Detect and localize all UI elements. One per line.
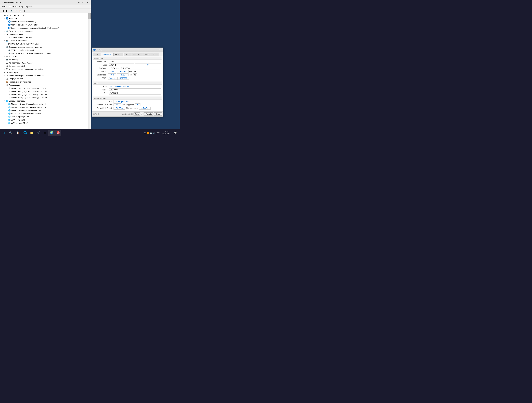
devmgr-content[interactable]: ▼ 💻 DESKTOP-8FR77DV ▼ B Bluetooth B Inte… [0,13,91,129]
tree-usb[interactable]: ▶ 🔌 Контроллеры USB [0,64,91,68]
chipset-id: ID0BF3 [117,70,128,73]
cpuz-close[interactable]: ✕ [158,48,162,51]
tree-root[interactable]: ▼ 💻 DESKTOP-8FR77DV [0,14,91,17]
tree-realtek-label: Realtek PCIe GBE Family Controller [11,113,41,115]
tree-sound-label: Звуковые, игровые и видеоустройства [9,46,42,48]
close-cpuz-button[interactable]: Close [154,113,162,116]
tree-intel-wifi[interactable]: 🌐 Intel(R) Centrino(R) Wireless-N 130 [0,109,91,112]
tree-ms-bt[interactable]: B Microsoft Bluetooth Enumerator [0,23,91,26]
task-view-button[interactable]: 📋 [14,130,21,136]
taskbar-edge[interactable]: 🌐 [22,130,28,136]
tree-cpu3[interactable]: ⚙ Intel(R) Atom(TM) CPU D2550 @ 1.86GHz [0,93,91,96]
tree-print[interactable]: ▶ 🖨 Очереди печати [0,77,91,80]
video-icon: 🖥 [6,33,8,36]
bus-row: Bus Specs. PCI-Express 1.0 (2.5 GT/s) [94,67,161,70]
tab-graphics[interactable]: Graphics [131,53,142,56]
tree-intel-bt[interactable]: B Intel(R) Wireless Bluetooth(R) [0,20,91,23]
close-button[interactable]: ✕ [85,1,89,4]
tree-nvidia-gpu[interactable]: 🖥 NVIDIA GeForce GT 520M [0,36,91,39]
help-button[interactable]: ❓ [14,9,18,13]
tree-hda2[interactable]: 🔊 Устройство с поддержкой High Definitio… [0,52,91,55]
tab-bench[interactable]: Bench [142,53,151,56]
tree-cpu4[interactable]: ⚙ Intel(R) Atom(TM) CPU D2550 @ 1.86GHz [0,96,91,99]
bios-content: Brand American Megatrends Inc. Version A… [93,85,162,96]
tree-nvidia-hda[interactable]: 🔊 NVIDIA High Definition Audio [0,49,91,52]
cpuz-minimize[interactable]: ─ [154,48,158,51]
tree-storage[interactable]: ▶ 💾 Контроллеры запоминающих устройств [0,68,91,71]
tree-mouse[interactable]: ▶ 🖱 Мыши и иные указывающие устройства [0,74,91,77]
back-button[interactable]: ◀ [1,9,5,13]
properties-button[interactable]: 📋 [18,9,22,13]
tree-realtek[interactable]: 🌐 Realtek PCIe GBE Family Controller [0,112,91,115]
tree-toshiba[interactable]: 💾 TOSHIBA MK3256GSY ATA Device [0,42,91,45]
systray-arrow[interactable]: 🔼 [147,132,149,134]
gi-speed-label: Current Link Speed [94,107,113,109]
bus-label: Bus Specs. [94,67,109,69]
tree-sound[interactable]: ▼ 🎵 Звуковые, игровые и видеоустройства [0,45,91,49]
menu-help[interactable]: Справка [24,5,34,8]
search-button[interactable]: 🔍 [7,130,14,136]
devmgr-menubar: Файл Действие Вид Справка [0,5,91,8]
scrollbar-thumb[interactable] [88,13,91,19]
tree-cpu[interactable]: ▼ ⚙ Процессоры [0,83,91,87]
menu-file[interactable]: Файл [1,5,8,8]
tab-about[interactable]: About [151,53,159,56]
tree-keyboard[interactable]: ▶ ⌨ Клавиатуры [0,55,91,58]
lang-label: ENG [156,132,160,134]
minimize-button[interactable]: ─ [77,1,81,4]
tree-bt-pan-label: Bluetooth Device (Personal Area Network) [11,103,46,105]
tree-ide[interactable]: ▶ 🖧 Контроллеры IDE ATA/ATAPI [0,61,91,64]
bluetooth-icon: B [8,24,11,26]
tree-monitors[interactable]: ▶ 🖥 Мониторы [0,71,91,74]
menu-action[interactable]: Действие [8,5,18,8]
scrollbar-track[interactable] [88,13,91,129]
tools-button[interactable]: Tools [133,113,140,116]
forward-button[interactable]: ▶ [5,9,9,13]
tree-wan-ikev2[interactable]: 🌐 WAN Miniport (IKEv2) [0,115,91,118]
tree-nvidia-gpu-label: NVIDIA GeForce GT 520M [11,37,33,39]
tab-mainboard[interactable]: Mainboard [101,53,113,56]
taskbar-cpuz[interactable]: 🎯 [55,130,61,136]
taskbar-apps: 🌐 📁 🛒 ✉ 🌍 🎯 [21,130,143,136]
tree-bluetooth[interactable]: ▼ B Bluetooth [0,17,91,20]
tools-dropdown-button[interactable]: ▼ [140,113,143,115]
taskbar-store[interactable]: 🛒 [35,130,42,136]
expand-icon: ▶ [3,72,5,73]
tree-software-dev[interactable]: ▶ 📦 Программные устройства [0,80,91,83]
tree-cpu1[interactable]: ⚙ Intel(R) Atom(TM) CPU D2550 @ 1.86GHz [0,87,91,90]
tree-net[interactable]: ▼ 🌐 Сетевые адаптеры [0,99,91,102]
validate-button[interactable]: Validate [144,113,153,116]
tree-bt-pan[interactable]: 🌐 Bluetooth Device (Personal Area Networ… [0,102,91,106]
tree-wan-ip[interactable]: 🌐 WAN Miniport (IP) [0,118,91,121]
storage-icon: 💾 [6,68,8,70]
disk-icon: 💾 [6,39,8,42]
search-icon: 🔍 [9,131,12,134]
tab-cpu[interactable]: CPU [93,53,100,56]
taskbar-explorer[interactable]: 📁 [29,130,35,136]
tab-memory[interactable]: Memory [113,53,123,56]
tree-disk[interactable]: ▼ 💾 Дисковые устройства [0,39,91,42]
tree-computer[interactable]: ▶ 💻 Компьютер [0,58,91,61]
cpu-icon: ⚙ [6,84,8,86]
tree-wan-ipv6[interactable]: 🌐 WAN Miniport (IPv6) [0,121,91,125]
tree-audio[interactable]: ▶ 🔊 Аудиовходы и аудиовыходы [0,30,91,33]
tree-bt-driver[interactable]: B Драйвер поддержки протокола Bluetooth … [0,26,91,30]
menu-view[interactable]: Вид [18,5,24,8]
bios-version-row: Version A218P008 [94,88,161,91]
computer-button[interactable]: 💻 [9,9,13,13]
gi-content: Bus PCI-Express 1.0 Current Link Width x… [93,100,162,111]
monitor-button[interactable]: 🖥 [22,9,26,13]
gi-bus-value: PCI-Express 1.0 [114,100,131,103]
tab-spd[interactable]: SPD [124,53,131,56]
clock-time: 15:59 [163,131,171,133]
notification-button[interactable]: 💬 [172,130,178,136]
eth-icon: 🌐 [8,112,11,115]
taskbar-mail[interactable]: ✉ [42,130,48,136]
restore-button[interactable]: ❐ [81,1,85,4]
taskbar-clock[interactable]: 15:59 01.02.2024 [161,131,171,135]
tree-bt-rfcomm[interactable]: 🌐 Bluetooth Device (RFCOMM Protocol TDI) [0,106,91,109]
tree-video[interactable]: ▼ 🖥 Видеоадаптеры [0,33,91,36]
taskbar-devmgr[interactable]: 🌍 [48,130,55,136]
start-button[interactable]: ⊞ [0,130,7,136]
tree-cpu2[interactable]: ⚙ Intel(R) Atom(TM) CPU D2550 @ 1.86GHz [0,90,91,93]
